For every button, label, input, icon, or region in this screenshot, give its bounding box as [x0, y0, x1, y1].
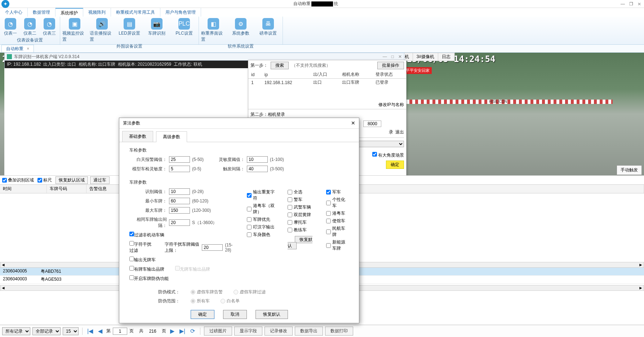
ruler-checkbox[interactable]: 标尺: [37, 177, 52, 183]
sensitivity-input[interactable]: [247, 156, 268, 163]
restore-region-button[interactable]: 恢复默认区域: [55, 176, 88, 184]
plate-recog-button[interactable]: 📷车牌识别: [145, 18, 169, 43]
cw-maximize-button[interactable]: □: [391, 54, 394, 59]
meter3-button[interactable]: ◔仪表三: [41, 18, 58, 36]
prev-page-button[interactable]: ◀: [96, 327, 104, 335]
overlay-checkbox[interactable]: 叠加识别区域: [2, 177, 34, 183]
col-ip[interactable]: ip: [262, 71, 310, 79]
min-plate-input[interactable]: [169, 198, 190, 204]
col-id[interactable]: id: [248, 71, 262, 79]
doc-tab-auto-weigh[interactable]: 自动称重 ×: [1, 45, 34, 52]
same-plate-interval-input[interactable]: [169, 219, 190, 226]
col-plate[interactable]: 车牌号码: [47, 185, 86, 193]
algo-cancel-button[interactable]: 取消: [223, 310, 247, 319]
char-interf-thresh-input[interactable]: [202, 244, 223, 251]
col-io[interactable]: 出/入口: [310, 71, 339, 79]
login-button[interactable]: 录: [389, 129, 393, 135]
cb-aviation[interactable]: [326, 229, 331, 234]
batch-button[interactable]: 批量操作: [377, 62, 404, 69]
minimize-button[interactable]: —: [621, 1, 625, 6]
edit-record-button[interactable]: 记录修改: [265, 327, 293, 336]
filter-nonmotor-checkbox[interactable]: 过滤非机动车辆: [129, 232, 164, 238]
refresh-button[interactable]: ⟳: [188, 327, 196, 335]
af-range-whitelist-radio[interactable]: 白名单: [221, 298, 240, 304]
af-range-all-radio[interactable]: 所有车: [191, 298, 210, 304]
filter1-select[interactable]: 所有记录: [2, 327, 30, 335]
cb-select-all[interactable]: [288, 190, 292, 194]
af-mode-filter-radio[interactable]: 虚假车牌过滤: [234, 289, 266, 295]
recog-thresh-input[interactable]: [169, 188, 190, 195]
algo-tab-basic[interactable]: 基础参数: [122, 131, 153, 142]
max-plate-input[interactable]: [169, 207, 190, 214]
rcam-tab-2[interactable]: 日志: [438, 53, 454, 61]
cb-armed-police[interactable]: [288, 205, 292, 210]
logout-button[interactable]: 退出: [395, 129, 404, 135]
ticket-button[interactable]: 🖶磅单设置: [256, 18, 280, 43]
tab-system-maintain[interactable]: 系统维护: [55, 8, 83, 17]
cb-motorcycle[interactable]: [288, 220, 292, 225]
voice-button[interactable]: 🔊语音播报设置: [90, 18, 114, 43]
camera-row[interactable]: 1 192.168.1.182 出口 出口车牌 已登录: [248, 79, 406, 87]
tab-video-array[interactable]: 视频阵列: [83, 8, 111, 17]
port-input[interactable]: [363, 121, 381, 127]
led-button[interactable]: ▤LED屏设置: [117, 18, 142, 43]
print-button[interactable]: 数据打印: [325, 327, 353, 336]
doc-tab-close-icon[interactable]: ×: [27, 46, 29, 51]
algo-close-button[interactable]: ✕: [351, 120, 355, 126]
cw-close-button[interactable]: ✕: [398, 54, 402, 59]
manual-trigger-button[interactable]: 手动触发: [617, 165, 642, 175]
col-time[interactable]: 时间: [0, 185, 47, 193]
filter2-select[interactable]: 全部记录: [32, 327, 61, 335]
tab-user-role[interactable]: 用户与角色管理: [160, 8, 201, 17]
col-name[interactable]: 相机名称: [339, 71, 373, 79]
cb-coach[interactable]: [288, 228, 292, 232]
cb-army[interactable]: [326, 190, 331, 194]
noplate-brand-checkbox[interactable]: 无牌车输出品牌: [175, 266, 210, 272]
pass-car-button[interactable]: 通过车: [90, 176, 110, 184]
cb-police[interactable]: [288, 197, 292, 202]
cb-newenergy[interactable]: [326, 243, 331, 248]
cb-hk[interactable]: [326, 211, 331, 216]
show-fields-button[interactable]: 显示字段: [234, 327, 262, 336]
model-sens-input[interactable]: [169, 166, 190, 172]
rcam-tab-1[interactable]: 3#摄像机: [413, 53, 438, 61]
confirm-button[interactable]: 确定: [386, 161, 404, 169]
cb-hanzi-out[interactable]: [247, 225, 252, 229]
antifake-checkbox[interactable]: 开启车牌防伪功能: [129, 275, 169, 282]
maximize-button[interactable]: ❐: [629, 1, 633, 6]
char-interf-checkbox[interactable]: 字符干扰过滤: [129, 241, 154, 254]
output-noplate-checkbox[interactable]: 输出无牌车: [129, 257, 156, 263]
cb-body-color[interactable]: [247, 232, 252, 237]
sys-param-button[interactable]: ⚙系统参数: [228, 18, 253, 43]
cb-army-priority[interactable]: [247, 217, 252, 222]
cb-double-yellow[interactable]: [288, 213, 292, 217]
trigger-interval-input[interactable]: [247, 166, 268, 172]
plate-brand-checkbox[interactable]: 有牌车输出品牌: [129, 266, 164, 272]
plc-button[interactable]: PLCPLC设置: [172, 18, 196, 43]
tab-weigh-mode[interactable]: 称重模式与常用工具: [111, 8, 160, 17]
search-button[interactable]: 搜索: [271, 62, 289, 69]
day-alarm-input[interactable]: [169, 156, 190, 163]
af-mode-alarm-radio[interactable]: 虚假车牌告警: [191, 289, 223, 295]
algo-ok-button[interactable]: 确定: [191, 310, 214, 319]
first-page-button[interactable]: |◀: [86, 327, 94, 335]
weigh-image-button[interactable]: 过磅图片: [204, 327, 232, 336]
col-status[interactable]: 登录状态: [373, 71, 406, 79]
next-page-button[interactable]: ▶: [168, 327, 176, 335]
algo-tab-advanced[interactable]: 高级参数: [156, 131, 187, 142]
angle-checkbox[interactable]: 有大角度场景: [372, 152, 404, 158]
meter1-button[interactable]: ◔仪表一: [2, 18, 19, 36]
weigh-ui-button[interactable]: ◧称重界面设置: [201, 18, 226, 43]
tab-personal[interactable]: 个人中心: [0, 8, 28, 17]
tab-data[interactable]: 数据管理: [28, 8, 55, 17]
last-page-button[interactable]: ▶|: [178, 327, 186, 335]
video-monitor-button[interactable]: ▣视频监控设置: [62, 18, 87, 43]
restore-default-small-button[interactable]: 恢复默认: [288, 236, 312, 249]
pagesize-select[interactable]: 15: [63, 327, 79, 335]
cb-hk-double[interactable]: [247, 207, 252, 211]
meter2-button[interactable]: ◔仪表二: [22, 18, 38, 36]
page-input[interactable]: [113, 328, 127, 335]
cw-minimize-button[interactable]: —: [383, 54, 387, 59]
close-button[interactable]: ⤬: [638, 1, 641, 6]
export-button[interactable]: 数据导出: [295, 327, 323, 336]
